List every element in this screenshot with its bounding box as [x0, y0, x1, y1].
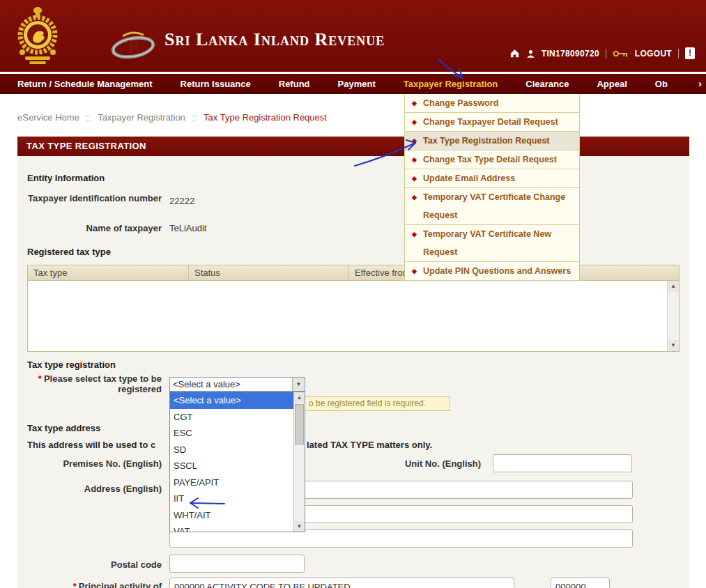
options-scrollbar[interactable]: ▲ ▼	[293, 392, 305, 532]
option-cgt[interactable]: CGT	[170, 409, 294, 426]
tax-type-select[interactable]: <Select a value> ▼	[169, 377, 305, 392]
diamond-bullet-icon: ◆	[412, 132, 417, 150]
scroll-down-icon[interactable]: ▼	[294, 521, 305, 532]
registered-tax-type-heading: Registered tax type	[27, 247, 111, 257]
diamond-bullet-icon: ◆	[412, 262, 417, 280]
principal-activity-code-input[interactable]	[551, 578, 610, 588]
main-panel: TAX TYPE REGISTRATION Entity Information…	[17, 137, 689, 588]
option-iit[interactable]: IIT	[170, 490, 294, 507]
menu-item-change-password[interactable]: ◆Change Password	[405, 94, 579, 113]
menu-item-change-tax-type-detail-request[interactable]: ◆Change Tax Type Detail Request	[405, 150, 579, 169]
key-icon	[613, 49, 629, 58]
page: R Sri Lanka Inland Revenue TIN178090720 …	[0, 0, 706, 588]
tax-type-address-heading: Tax type address	[27, 423, 100, 433]
header-divider	[606, 49, 606, 59]
nav-item-return-issuance[interactable]: Return Issuance	[181, 79, 251, 89]
nav-overflow-icon[interactable]: ›	[698, 77, 702, 89]
entity-information-heading: Entity Information	[27, 173, 105, 183]
nav-item-payment[interactable]: Payment	[338, 79, 376, 89]
table-vertical-scrollbar[interactable]: ▲ ▼	[667, 281, 679, 351]
postal-code-label: Postal code	[17, 559, 162, 570]
menu-item-tax-type-registration-request[interactable]: ◆Tax Type Registration Request	[405, 132, 579, 150]
tax-type-options-list: <Select a value> CGT ESC SD SSCL PAYE/AP…	[169, 392, 305, 532]
unit-no-input[interactable]	[493, 454, 632, 472]
required-asterisk: *	[38, 373, 42, 384]
user-icon	[526, 49, 535, 59]
address-note-left: This address will be used to c	[27, 440, 155, 450]
principal-activity-input[interactable]	[169, 578, 514, 588]
svg-text:R: R	[128, 36, 142, 57]
scroll-up-icon[interactable]: ▲	[668, 281, 679, 292]
nav-item-return-schedule-management[interactable]: Return / Schedule Management	[17, 79, 153, 89]
address-note-right: lated TAX TYPE matters only.	[307, 440, 432, 450]
validation-message: o be registered field is required.	[300, 396, 450, 411]
option-sscl[interactable]: SSCL	[170, 458, 294, 474]
option-paye-apit[interactable]: PAYE/APIT	[170, 474, 294, 491]
nav-item-clearance[interactable]: Clearance	[525, 79, 569, 89]
menu-item-temporary-vat-certificate-new-request[interactable]: ◆Temporary VAT Certificate New Request	[405, 225, 579, 262]
tin-field-value: 22222	[169, 196, 194, 206]
tax-type-select-value: <Select a value>	[173, 378, 240, 391]
tax-type-registration-heading: Tax type registration	[27, 359, 116, 370]
alert-icon[interactable]: !	[685, 47, 695, 59]
column-tax-type: Tax type	[28, 265, 189, 280]
table-body-empty: ▲ ▼	[27, 281, 680, 352]
tin-field-label: Taxpayer identification number	[17, 193, 162, 203]
main-nav: Return / Schedule Management Return Issu…	[0, 74, 706, 94]
nav-item-appeal[interactable]: Appeal	[597, 79, 627, 89]
nav-item-refund[interactable]: Refund	[279, 79, 310, 89]
breadcrumb-section[interactable]: Taxpayer Registration	[98, 112, 185, 123]
chevron-down-icon[interactable]: ▼	[292, 378, 305, 391]
diamond-bullet-icon: ◆	[412, 225, 417, 243]
option-select-a-value[interactable]: <Select a value>	[170, 392, 294, 409]
taxpayer-name-value: TeLiAudit	[169, 223, 206, 233]
option-wht-ait[interactable]: WHT/AIT	[170, 507, 294, 524]
header: R Sri Lanka Inland Revenue TIN178090720 …	[0, 0, 706, 72]
column-status: Status	[189, 265, 349, 280]
diamond-bullet-icon: ◆	[412, 169, 417, 187]
sri-lanka-emblem-icon	[17, 3, 59, 68]
header-divider	[678, 49, 679, 59]
registered-tax-type-table: Tax type Status Effective from ▲ ▼	[27, 265, 680, 352]
select-tax-type-label: *Please select tax type to be registered	[36, 373, 162, 394]
nav-item-taxpayer-registration[interactable]: Taxpayer Registration	[404, 79, 498, 89]
taxpayer-name-label: Name of taxpayer	[17, 223, 162, 233]
breadcrumb: eService Home :: Taxpayer Registration :…	[17, 112, 327, 123]
postal-code-input[interactable]	[169, 555, 305, 573]
breadcrumb-current: Tax Type Registration Request	[204, 112, 327, 123]
brand-title: Sri Lanka Inland Revenue	[164, 29, 385, 50]
diamond-bullet-icon: ◆	[412, 150, 417, 169]
breadcrumb-home[interactable]: eService Home	[17, 112, 79, 123]
unit-no-label: Unit No. (English)	[324, 458, 481, 469]
premises-no-label: Premises No. (English)	[17, 458, 162, 469]
option-sd[interactable]: SD	[170, 442, 294, 458]
header-actions: TIN178090720 LOGOUT !	[509, 47, 695, 59]
option-vat[interactable]: VAT	[170, 523, 294, 532]
diamond-bullet-icon: ◆	[412, 188, 417, 206]
required-asterisk: *	[73, 581, 77, 588]
taxpayer-registration-menu: ◆Change Password ◆Change Taxpayer Detail…	[404, 94, 580, 281]
menu-item-update-pin-questions-and-answers[interactable]: ◆Update PIN Questions and Answers	[405, 262, 579, 280]
menu-item-update-email-address[interactable]: ◆Update Email Address	[405, 169, 579, 188]
scrollbar-thumb[interactable]	[295, 404, 304, 444]
scroll-down-icon[interactable]: ▼	[668, 340, 679, 351]
principal-activity-label: *Principal activity of	[17, 581, 162, 588]
diamond-bullet-icon: ◆	[412, 113, 417, 131]
address-english-label: Address (English)	[17, 483, 162, 494]
breadcrumb-separator: ::	[192, 112, 197, 123]
home-icon[interactable]	[509, 48, 520, 59]
menu-item-change-taxpayer-detail-request[interactable]: ◆Change Taxpayer Detail Request	[405, 113, 579, 132]
breadcrumb-separator: ::	[86, 112, 91, 123]
menu-item-temporary-vat-certificate-change-request[interactable]: ◆Temporary VAT Certificate Change Reques…	[405, 188, 579, 225]
option-esc[interactable]: ESC	[170, 425, 294, 442]
table-header-row: Tax type Status Effective from	[27, 265, 680, 281]
nav-item-objection[interactable]: Ob	[655, 79, 668, 89]
ird-logo-icon: R	[110, 28, 156, 61]
diamond-bullet-icon: ◆	[412, 94, 417, 112]
scroll-up-icon[interactable]: ▲	[294, 392, 305, 403]
logout-button[interactable]: LOGOUT	[635, 49, 672, 59]
page-title: TAX TYPE REGISTRATION	[17, 137, 689, 156]
tin-label: TIN178090720	[542, 49, 599, 59]
